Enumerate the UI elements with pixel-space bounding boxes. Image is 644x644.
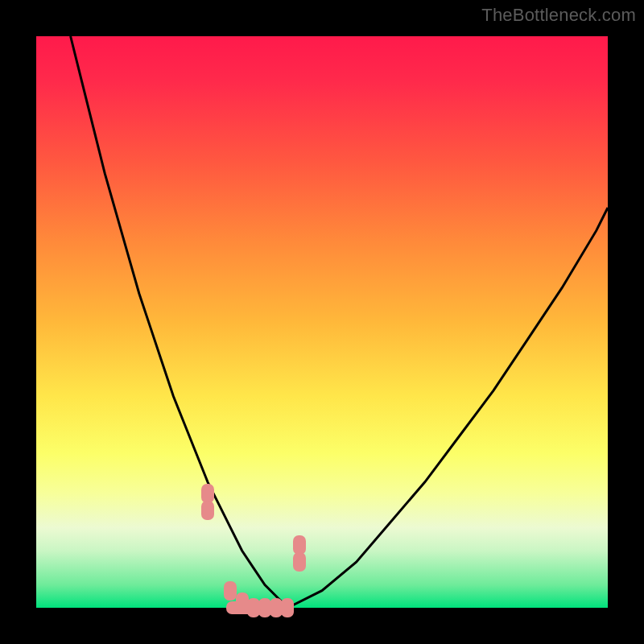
marker-dot — [224, 581, 237, 601]
marker-dot — [293, 552, 306, 572]
marker-layer — [36, 36, 608, 608]
watermark-text: TheBottleneck.com — [481, 5, 636, 26]
marker-dot — [201, 501, 214, 520]
marker-dot — [293, 535, 306, 555]
marker-dot — [260, 601, 292, 614]
chart-frame: TheBottleneck.com — [0, 0, 644, 644]
gradient-plot-area — [36, 36, 608, 608]
marker-dot — [226, 601, 258, 614]
